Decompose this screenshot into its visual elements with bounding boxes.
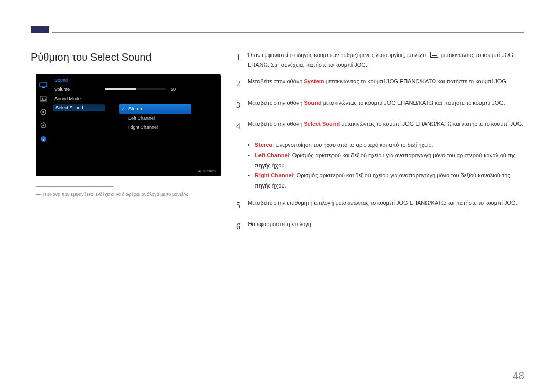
step-1: 1 Όταν εμφανιστεί ο οδηγός κουμπιών ρυθμ…: [236, 50, 524, 69]
step-text: Μεταβείτε στην οθόνη: [248, 100, 304, 106]
monitor-icon: [39, 82, 48, 89]
step-text: μετακινώντας το κουμπί JOG ΕΠΑΝΩ/ΚΑΤΩ κα…: [340, 121, 523, 127]
bullet-dot: •: [248, 140, 251, 151]
info-icon: i: [39, 135, 48, 142]
step-number: 1: [236, 50, 248, 64]
osd-volume-bar: [105, 88, 166, 90]
osd-volume-value: 50: [171, 87, 176, 92]
step-number: 3: [236, 98, 248, 112]
svg-point-6: [42, 124, 44, 126]
osd-panel-title: Sound: [53, 77, 216, 85]
bullet-dot: •: [248, 151, 251, 161]
note-dash: ―: [36, 192, 41, 197]
osd-volume-label: Volume: [53, 87, 105, 92]
step-body: Μεταβείτε στην οθόνη System μετακινώντας…: [248, 77, 524, 86]
svg-point-3: [42, 98, 43, 99]
osd-return-label: Return: [203, 169, 216, 173]
osd-option-right-channel: Right Channel: [119, 123, 191, 132]
note-text: Η εικόνα που εμφανίζεται ενδέχεται να δι…: [43, 192, 190, 197]
osd-row-volume: Volume 50: [53, 85, 216, 94]
bullet-body: Right Channel: Ορισμός αριστερού και δεξ…: [255, 171, 524, 191]
step-number: 5: [236, 198, 248, 212]
step-4: 4 Μεταβείτε στην οθόνη Select Sound μετα…: [236, 119, 524, 133]
step-number: 2: [236, 77, 248, 90]
back-arrow-icon: ◀: [198, 169, 200, 173]
osd-select-sound-label: Select Sound: [53, 104, 105, 111]
bullet-text: : Ορισμός αριστερού και δεξιού ηχείου γι…: [255, 152, 516, 169]
header-rule: [52, 32, 524, 33]
picture-icon: [39, 95, 48, 102]
bullet-stereo: • Stereo: Ενεργοποίηση του ήχου από το α…: [248, 140, 524, 151]
step-body: Όταν εμφανιστεί ο οδηγός κουμπιών ρυθμιζ…: [248, 50, 524, 69]
bullet-dot: •: [248, 171, 251, 181]
page-number: 48: [513, 370, 524, 382]
step-text: μετακινώντας το κουμπί JOG ΕΠΑΝΩ/ΚΑΤΩ κα…: [322, 100, 505, 106]
bullet-right-channel: • Right Channel: Ορισμός αριστερού και δ…: [248, 171, 524, 191]
highlight-right-channel: Right Channel: [255, 172, 293, 178]
highlight-stereo: Stereo: [255, 142, 272, 148]
step-5: 5 Μεταβείτε στην επιθυμητή επιλογή μετακ…: [236, 198, 524, 212]
osd-screenshot: i Sound Volume 50 Sound Mode Select Soun…: [36, 74, 221, 176]
step-text: μετακινώντας το κουμπί JOG ΕΠΑΝΩ/ΚΑΤΩ κα…: [324, 78, 508, 84]
osd-sidebar: i: [36, 74, 50, 176]
bullet-body: Stereo: Ενεργοποίηση του ήχου από το αρι…: [255, 140, 433, 151]
step-6: 6 Θα εφαρμοστεί η επιλογή.: [236, 219, 524, 233]
svg-point-5: [42, 111, 44, 113]
osd-row-sound-mode: Sound Mode: [53, 94, 216, 103]
option-bullets: • Stereo: Ενεργοποίηση του ήχου από το α…: [248, 140, 524, 191]
step-text: Μεταβείτε στην οθόνη: [248, 78, 304, 84]
menu-icon: [430, 52, 438, 58]
osd-option-stereo: Stereo: [119, 104, 191, 114]
step-3: 3 Μεταβείτε στην οθόνη Sound μετακινώντα…: [236, 98, 524, 112]
osd-footer: ◀ Return: [198, 169, 216, 173]
step-number: 4: [236, 119, 248, 133]
osd-main-panel: Sound Volume 50 Sound Mode Select Sound …: [50, 74, 221, 176]
settings-icon: [39, 108, 48, 116]
bullet-left-channel: • Left Channel: Ορισμός αριστερού και δε…: [248, 151, 524, 171]
osd-option-left-channel: Left Channel: [119, 114, 191, 123]
highlight-left-channel: Left Channel: [255, 152, 289, 158]
bullet-body: Left Channel: Ορισμός αριστερού και δεξι…: [255, 151, 524, 171]
step-body: Μεταβείτε στην επιθυμητή επιλογή μετακιν…: [248, 198, 524, 208]
step-body: Θα εφαρμοστεί η επιλογή.: [248, 219, 524, 229]
step-2: 2 Μεταβείτε στην οθόνη System μετακινώντ…: [236, 77, 524, 90]
svg-rect-0: [40, 83, 47, 87]
step-text: Όταν εμφανιστεί ο οδηγός κουμπιών ρυθμιζ…: [248, 52, 429, 58]
gear-icon: [39, 122, 48, 129]
step-text: Μεταβείτε στην οθόνη: [248, 121, 304, 127]
highlight-sound: Sound: [304, 100, 321, 106]
header-accent-block: [31, 26, 49, 33]
image-disclaimer: ―Η εικόνα που εμφανίζεται ενδέχεται να δ…: [36, 192, 221, 197]
step-body: Μεταβείτε στην οθόνη Select Sound μετακι…: [248, 119, 524, 129]
bullet-text: : Ενεργοποίηση του ήχου από το αριστερό …: [272, 142, 433, 148]
osd-sound-mode-label: Sound Mode: [53, 96, 105, 101]
osd-submenu: Stereo Left Channel Right Channel: [119, 104, 191, 132]
highlight-select-sound: Select Sound: [304, 121, 340, 127]
bullet-text: : Ορισμός αριστερού και δεξιού ηχείου γι…: [255, 172, 510, 189]
step-body: Μεταβείτε στην οθόνη Sound μετακινώντας …: [248, 98, 524, 108]
svg-rect-1: [42, 87, 45, 88]
highlight-system: System: [304, 78, 324, 84]
note-rule: [36, 186, 113, 187]
step-number: 6: [236, 219, 248, 233]
instructions-column: 1 Όταν εμφανιστεί ο οδηγός κουμπιών ρυθμ…: [236, 50, 524, 240]
page-title: Ρύθμιση του Select Sound: [31, 51, 152, 63]
